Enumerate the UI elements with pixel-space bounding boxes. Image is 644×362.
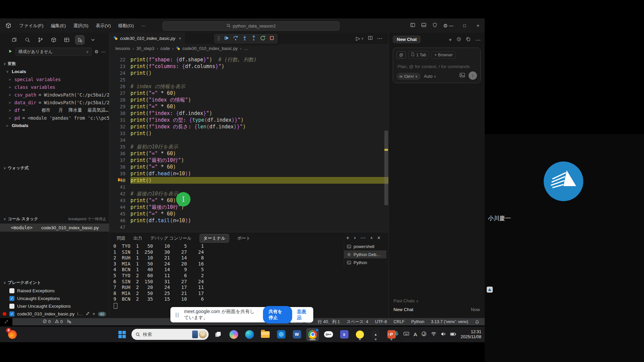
breadcrumb-item-2[interactable]: code xyxy=(160,46,170,51)
debug-config-dropdown[interactable]: 構成がありません ∨ xyxy=(15,48,92,56)
menu-item-0[interactable]: ファイル(F) xyxy=(15,23,47,29)
maximize-panel-icon[interactable]: ∧ xyxy=(370,236,373,240)
menu-item-4[interactable]: 移動(G) xyxy=(115,23,138,29)
code-editor[interactable]: 22print(f"shape: {df.shape}") # (行数, 列数)… xyxy=(109,53,388,232)
chat-title-tab[interactable]: New Chat xyxy=(393,36,421,43)
panel-tab-3[interactable]: ターミナル xyxy=(200,234,229,243)
image-attach-icon[interactable] xyxy=(460,73,465,79)
microphone-icon[interactable] xyxy=(394,331,399,338)
utility-app-icon[interactable]: ▲ xyxy=(369,328,382,341)
breadcrumb-item-1[interactable]: 30_step3 xyxy=(136,46,154,51)
status-item-3[interactable]: UTF-8 xyxy=(375,319,387,324)
debug-step-into-icon[interactable] xyxy=(242,35,248,42)
taskbar-search-input[interactable]: 検索 xyxy=(131,329,209,340)
password-manager-app-icon[interactable]: o⊷ xyxy=(322,328,335,341)
status-item-1[interactable]: 行 40、列 1 xyxy=(318,319,340,325)
variable-row-3[interactable]: >data_dir= WindowsPath('C:/pc5bai/2… xyxy=(0,99,109,106)
variable-row-5[interactable]: >pd= <module 'pandas' from 'c:\\pc5… xyxy=(0,114,109,122)
outlook-app-icon[interactable] xyxy=(275,328,287,341)
shell-item-0[interactable]: powershell xyxy=(344,242,386,250)
panel-tab-0[interactable]: 問題 xyxy=(117,235,125,241)
at-context-button[interactable]: @ xyxy=(396,51,406,59)
menu-item-3[interactable]: 表示(V) xyxy=(92,23,115,29)
panel-tab-2[interactable]: デバッグ コンソール xyxy=(150,235,192,241)
chat-input-card[interactable]: @ 1 Tab + Browser Plan, @ for context, /… xyxy=(393,48,481,83)
run-python-button[interactable]: ▷∨ xyxy=(356,35,364,42)
more-actions-icon[interactable]: ⋯ xyxy=(475,37,481,43)
extensions-icon[interactable] xyxy=(49,36,58,44)
close-button[interactable]: × xyxy=(471,23,485,28)
wifi-icon[interactable] xyxy=(431,331,436,338)
agent-mode-pill[interactable]: ∞Ctrl+I∨ xyxy=(396,73,421,80)
status-item-6[interactable]: 3.13.7 ('venv': venv) xyxy=(431,319,468,324)
menu-item-5[interactable]: ··· xyxy=(138,23,150,28)
checkbox-unchecked[interactable] xyxy=(9,288,14,293)
editor-tab[interactable]: code30_010_index_basic.py × xyxy=(109,33,185,44)
debug-step-over-icon[interactable] xyxy=(233,35,238,42)
debug-restart-icon[interactable] xyxy=(260,35,266,42)
search-icon[interactable] xyxy=(23,36,32,44)
stop-sharing-button[interactable]: 共有を停止 xyxy=(263,306,292,323)
edit-breakpoint-icon[interactable] xyxy=(86,311,90,317)
checkbox-checked[interactable]: ✓ xyxy=(9,311,14,316)
breadcrumb-item-3[interactable]: code30_010_index_basic.py xyxy=(182,46,238,51)
split-editor-icon[interactable] xyxy=(368,36,373,42)
past-chats-toggle[interactable]: Past Chats ∨ xyxy=(393,298,419,303)
problems-status[interactable]: 0 0 xyxy=(12,319,71,325)
notification-app-icon[interactable]: 4 xyxy=(8,330,17,340)
tabs-copy-icon[interactable] xyxy=(466,37,471,43)
tray-chevron-up-icon[interactable]: ∧ xyxy=(387,332,390,337)
teams-app-icon[interactable]: ii xyxy=(338,328,351,341)
close-panel-icon[interactable]: × xyxy=(377,235,380,241)
bell-icon[interactable] xyxy=(475,320,479,324)
search-highlight-thumb[interactable] xyxy=(192,330,198,338)
search-portrait-thumb[interactable] xyxy=(199,330,207,338)
drag-grip-icon[interactable]: || xyxy=(175,312,179,317)
more-actions-icon[interactable]: ⋯ xyxy=(101,49,106,54)
browser-context-chip[interactable]: + Browser xyxy=(431,51,455,59)
editor-scrollbar[interactable] xyxy=(384,53,388,232)
breakpoint-row-1[interactable]: ✓Uncaught Exceptions xyxy=(0,295,109,302)
layout-sidebar-icon[interactable] xyxy=(410,22,415,29)
send-button[interactable]: ↑ xyxy=(469,71,477,80)
ime-mode-indicator[interactable]: A xyxy=(414,331,417,337)
status-item-2[interactable]: スペース: 4 xyxy=(346,319,368,325)
copilot-app-icon[interactable] xyxy=(227,328,240,341)
debug-step-out-icon[interactable] xyxy=(251,35,257,42)
menu-item-2[interactable]: 選択(S) xyxy=(70,23,92,29)
debug-icon[interactable] xyxy=(75,36,84,44)
volume-icon[interactable] xyxy=(441,331,446,338)
breakpoint-row-2[interactable]: User Uncaught Exceptions xyxy=(0,302,109,310)
explorer-app-icon[interactable] xyxy=(259,328,272,341)
shield-icon[interactable] xyxy=(432,22,437,29)
clock[interactable]: 12:31 2025/11/08 xyxy=(461,329,481,340)
status-item-4[interactable]: CRLF xyxy=(393,319,405,324)
shell-item-2[interactable]: Python xyxy=(344,258,386,266)
model-selector[interactable]: Auto∨ xyxy=(424,74,436,79)
source-control-icon[interactable] xyxy=(36,36,45,44)
start-button[interactable] xyxy=(116,328,128,341)
shell-item-1[interactable]: Python Deb… xyxy=(344,250,386,258)
music-app-icon[interactable] xyxy=(354,328,366,341)
task-view-app-icon[interactable] xyxy=(212,328,224,341)
breakpoint-row-0[interactable]: Raised Exceptions xyxy=(0,287,109,295)
variable-row-1[interactable]: >class variables xyxy=(0,83,109,91)
breadcrumb-item-4[interactable]: … xyxy=(244,46,248,51)
touch-keyboard-icon[interactable] xyxy=(404,331,409,338)
files-icon[interactable] xyxy=(10,36,19,44)
maximize-button[interactable]: □ xyxy=(458,23,471,28)
variables-section-header[interactable]: ∨ 変数 xyxy=(3,61,16,67)
watch-section-header[interactable]: ∨ ウォッチ式 xyxy=(3,165,29,171)
word-app-icon[interactable]: W xyxy=(290,328,303,341)
menu-item-1[interactable]: 編集(E) xyxy=(47,23,70,29)
locals-scope-row[interactable]: ∨Locals xyxy=(0,68,109,75)
layout-panel-icon[interactable] xyxy=(421,22,426,29)
checkbox-checked[interactable]: ✓ xyxy=(9,296,14,301)
globals-scope-row[interactable]: >Globals xyxy=(0,122,109,129)
breadcrumb[interactable]: lessons›30_step3›code›code30_010_index_b… xyxy=(109,44,388,53)
battery-icon[interactable] xyxy=(450,331,456,338)
callstack-section-header[interactable]: ∨ コール スタック breakpoint で一時停止 xyxy=(3,216,106,222)
debug-status-icon[interactable] xyxy=(67,319,71,325)
breakpoint-row-3[interactable]: ✓code30_010_index_basic.pyl…×40 xyxy=(0,310,109,318)
minimize-button[interactable]: — xyxy=(444,23,458,28)
